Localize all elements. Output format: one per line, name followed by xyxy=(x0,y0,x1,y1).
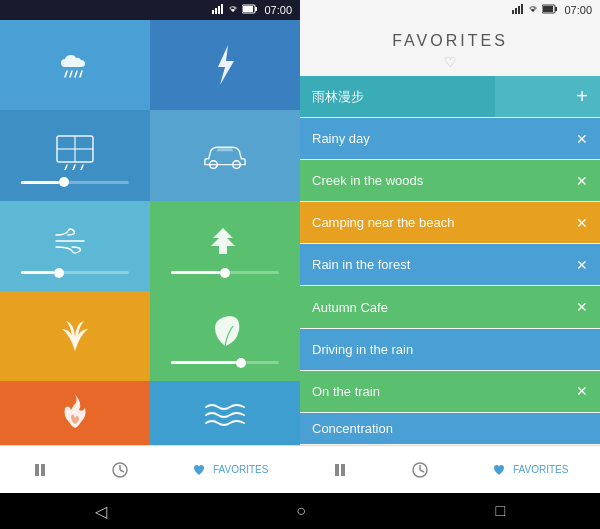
svg-line-9 xyxy=(75,71,77,77)
right-wifi-icon xyxy=(527,4,539,16)
fav-label-8: Concentration xyxy=(312,421,393,436)
fav-x-4[interactable]: ✕ xyxy=(564,244,600,285)
wind-icon xyxy=(51,217,99,265)
right-pause-icon xyxy=(332,462,348,478)
favorites-nav[interactable]: FAVORITES xyxy=(184,459,276,481)
favorites-title: FAVORITES xyxy=(300,32,600,50)
left-status-bar: 07:00 xyxy=(0,0,300,20)
svg-line-10 xyxy=(80,71,82,77)
back-button[interactable]: ◁ xyxy=(95,502,107,521)
lightning-cell[interactable] xyxy=(150,20,300,110)
right-battery-icon xyxy=(542,4,558,16)
favorites-list: 雨林漫步 + Rainy day ✕ Creek in the wo xyxy=(300,76,600,445)
window-rain-cell[interactable] xyxy=(0,110,150,200)
fire-icon xyxy=(51,389,99,437)
fav-item-2[interactable]: Creek in the woods ✕ xyxy=(300,160,600,201)
fav-item-0[interactable]: 雨林漫步 + xyxy=(300,76,600,117)
svg-rect-27 xyxy=(518,6,520,14)
wind-slider[interactable] xyxy=(21,271,128,274)
fav-plus-0[interactable]: + xyxy=(564,76,600,117)
svg-line-15 xyxy=(73,165,75,170)
svg-rect-33 xyxy=(341,464,345,476)
fav-item-1[interactable]: Rainy day ✕ xyxy=(300,118,600,159)
recents-button[interactable]: □ xyxy=(496,502,506,520)
svg-rect-30 xyxy=(555,7,557,11)
svg-rect-20 xyxy=(35,464,39,476)
grass-icon xyxy=(51,312,99,360)
svg-line-24 xyxy=(120,470,124,472)
fav-x-3[interactable]: ✕ xyxy=(564,202,600,243)
fav-label-7: On the train xyxy=(312,384,380,399)
fav-item-5[interactable]: Autumn Cafe ✕ xyxy=(300,286,600,327)
svg-rect-26 xyxy=(515,8,517,14)
grass-cell[interactable] xyxy=(0,291,150,381)
waves-icon xyxy=(201,389,249,437)
svg-rect-1 xyxy=(215,8,217,14)
right-heart-nav-icon xyxy=(492,463,506,477)
fav-label-3: Camping near the beach xyxy=(312,215,454,230)
right-favorites-nav-label: FAVORITES xyxy=(513,464,568,475)
leaf-icon xyxy=(201,307,249,355)
fav-item-7[interactable]: On the train ✕ xyxy=(300,371,600,412)
window-rain-icon xyxy=(51,127,99,175)
svg-line-14 xyxy=(65,165,67,170)
signal-icon xyxy=(212,4,224,16)
right-time: 07:00 xyxy=(564,4,592,16)
history-nav[interactable] xyxy=(103,457,137,483)
right-panel: 07:00 FAVORITES ♡ 雨林漫步 + xyxy=(300,0,600,493)
fav-label-1: Rainy day xyxy=(312,131,370,146)
pause-nav[interactable] xyxy=(24,458,56,482)
svg-line-16 xyxy=(81,165,83,170)
svg-rect-0 xyxy=(212,10,214,14)
forest-icon xyxy=(201,217,249,265)
fav-x-5[interactable]: ✕ xyxy=(564,286,600,327)
lightning-icon xyxy=(201,41,249,89)
left-panel: 07:00 xyxy=(0,0,300,493)
rain-cloud-cell[interactable] xyxy=(0,20,150,110)
fav-label-6: Driving in the rain xyxy=(312,342,413,357)
fire-cell[interactable] xyxy=(0,381,150,445)
fav-x-1[interactable]: ✕ xyxy=(564,118,600,159)
fav-x-2[interactable]: ✕ xyxy=(564,160,600,201)
svg-rect-2 xyxy=(218,6,220,14)
left-time: 07:00 xyxy=(264,4,292,16)
fav-x-7[interactable]: ✕ xyxy=(564,371,600,412)
svg-rect-3 xyxy=(221,4,223,14)
right-favorites-nav[interactable]: FAVORITES xyxy=(484,459,576,481)
leaf-slider[interactable] xyxy=(171,361,278,364)
svg-rect-21 xyxy=(41,464,45,476)
forest-slider[interactable] xyxy=(171,271,278,274)
fav-label-2: Creek in the woods xyxy=(312,173,423,188)
fav-item-6[interactable]: Driving in the rain xyxy=(300,329,600,370)
rain-cloud-icon xyxy=(51,41,99,89)
left-bottom-nav: FAVORITES xyxy=(0,445,300,493)
favorites-header: FAVORITES ♡ xyxy=(300,20,600,76)
waves-cell[interactable] xyxy=(150,381,300,445)
favorites-heart-icon: ♡ xyxy=(300,54,600,70)
pause-icon xyxy=(32,462,48,478)
window-rain-slider[interactable] xyxy=(21,181,128,184)
right-pause-nav[interactable] xyxy=(324,458,356,482)
svg-rect-5 xyxy=(255,7,257,11)
heart-nav-icon xyxy=(192,463,206,477)
svg-rect-6 xyxy=(243,6,253,12)
sound-grid xyxy=(0,20,300,445)
right-signal-icon xyxy=(512,4,524,16)
right-history-icon xyxy=(411,461,429,479)
forest-cell[interactable] xyxy=(150,201,300,291)
right-status-bar: 07:00 xyxy=(300,0,600,20)
fav-item-4[interactable]: Rain in the forest ✕ xyxy=(300,244,600,285)
right-history-nav[interactable] xyxy=(403,457,437,483)
fav-label-4: Rain in the forest xyxy=(312,257,410,272)
fav-item-3[interactable]: Camping near the beach ✕ xyxy=(300,202,600,243)
leaf-cell[interactable] xyxy=(150,291,300,381)
car-cell[interactable] xyxy=(150,110,300,200)
svg-line-8 xyxy=(70,71,72,77)
right-bottom-nav: FAVORITES xyxy=(300,445,600,493)
fav-item-8[interactable]: Concentration xyxy=(300,413,600,444)
wind-cell[interactable] xyxy=(0,201,150,291)
svg-line-7 xyxy=(65,71,67,77)
home-button[interactable]: ○ xyxy=(296,502,306,520)
favorites-nav-label: FAVORITES xyxy=(213,464,268,475)
system-nav-bar: ◁ ○ □ xyxy=(0,493,600,529)
